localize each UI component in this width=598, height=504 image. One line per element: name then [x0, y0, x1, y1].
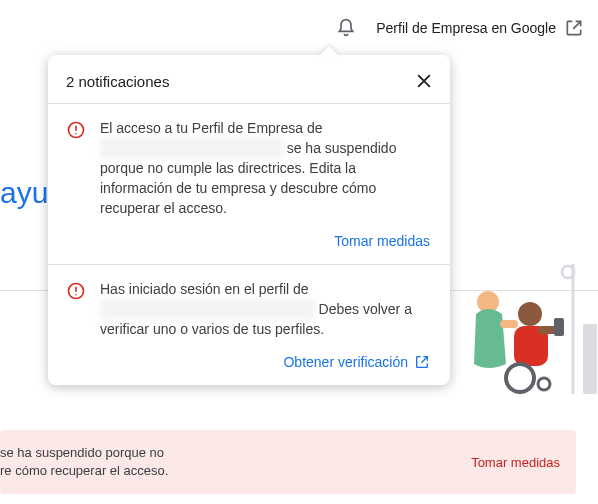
svg-point-16 [75, 294, 77, 296]
notification-item: El acceso a tu Perfil de Empresa de xxxx… [48, 104, 450, 228]
alert-icon [66, 281, 86, 339]
notifications-popover: 2 notificaciones El acceso a tu Perfil d… [48, 55, 450, 385]
notifications-bell[interactable] [334, 16, 358, 40]
background-heading: ayu [0, 176, 48, 210]
svg-rect-6 [554, 318, 564, 336]
bell-icon [336, 18, 356, 38]
redacted-text: xxxxxxx xxxxxxxxxx xxxxxxxx xxxx [100, 299, 315, 319]
business-profile-label: Perfil de Empresa en Google [376, 20, 556, 36]
popover-title: 2 notificaciones [66, 73, 169, 90]
redacted-text: xxxxxxx xxxxxxxxxx xxxxxxxx [100, 138, 283, 158]
warning-text: se ha suspendido porque no re cómo recup… [0, 444, 451, 480]
open-external-icon [564, 18, 584, 38]
close-icon [414, 71, 434, 91]
notification-item: Has iniciado sesión en el perfil de xxxx… [48, 265, 450, 349]
svg-rect-2 [583, 324, 597, 394]
alert-icon [66, 120, 86, 218]
close-button[interactable] [414, 71, 434, 91]
open-external-icon [414, 354, 430, 370]
svg-point-13 [75, 133, 77, 135]
notification-text: El acceso a tu Perfil de Empresa de xxxx… [100, 118, 432, 218]
get-verification-link[interactable]: Obtener verificación [283, 354, 430, 370]
svg-point-3 [518, 302, 542, 326]
popover-caret [319, 46, 339, 56]
notification-text: Has iniciado sesión en el perfil de xxxx… [100, 279, 432, 339]
svg-point-7 [506, 364, 534, 392]
warning-action-link[interactable]: Tomar medidas [471, 455, 560, 470]
notification-action-row: Tomar medidas [48, 228, 450, 264]
topbar: Perfil de Empresa en Google [0, 0, 598, 56]
get-verification-label: Obtener verificación [283, 354, 408, 370]
svg-rect-10 [500, 320, 518, 328]
popover-header: 2 notificaciones [48, 55, 450, 103]
svg-point-8 [538, 378, 550, 390]
notif-text-pre: Has iniciado sesión en el perfil de [100, 281, 309, 297]
notif-text-pre: El acceso a tu Perfil de Empresa de [100, 120, 323, 136]
business-profile-link[interactable]: Perfil de Empresa en Google [376, 18, 584, 38]
warning-line1: se ha suspendido porque no [0, 445, 164, 460]
take-action-link[interactable]: Tomar medidas [334, 233, 430, 249]
warning-banner: se ha suspendido porque no re cómo recup… [0, 430, 576, 494]
notification-action-row: Obtener verificación [48, 349, 450, 385]
warning-line2: re cómo recuperar el acceso. [0, 463, 168, 478]
